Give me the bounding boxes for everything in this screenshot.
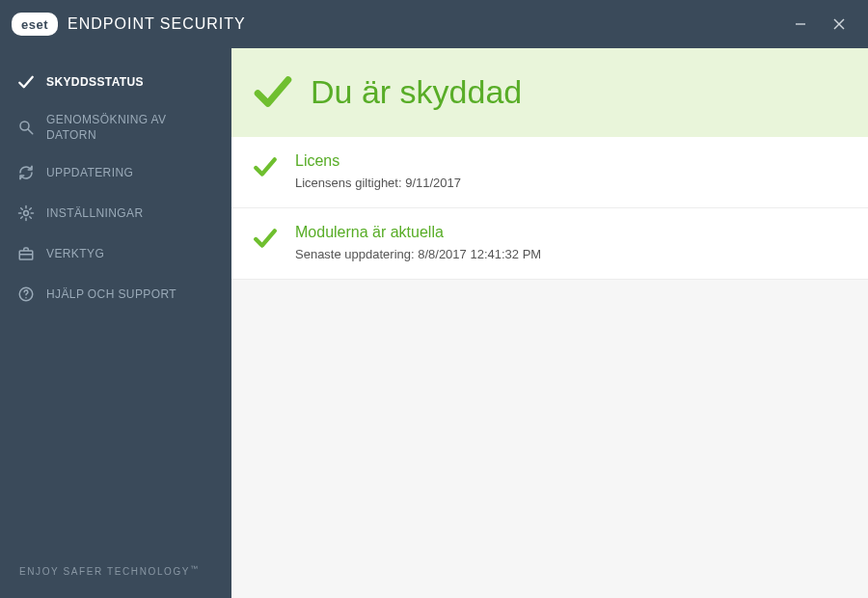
sidebar-item-label: HJÄLP OCH SUPPORT: [46, 286, 176, 302]
briefcase-icon: [17, 245, 35, 262]
minimize-icon: [795, 18, 806, 30]
sidebar-item-label: INSTÄLLNINGAR: [46, 205, 144, 221]
main: SKYDDSSTATUS GENOMSÖKNING AV DATORN UPPD…: [0, 48, 868, 598]
banner-title: Du är skyddad: [311, 73, 522, 111]
search-icon: [17, 119, 35, 136]
svg-point-9: [25, 297, 27, 299]
check-icon: [253, 71, 293, 112]
sidebar-item-label: UPPDATERING: [46, 165, 133, 180]
svg-line-4: [28, 129, 33, 134]
help-icon: [17, 285, 35, 303]
sidebar-item-label: VERKTYG: [46, 246, 104, 261]
product-name: ENDPOINT SECURITY: [68, 15, 246, 33]
titlebar: eset ENDPOINT SECURITY: [0, 0, 868, 48]
status-row-title: Modulerna är aktuella: [295, 224, 849, 241]
sidebar: SKYDDSSTATUS GENOMSÖKNING AV DATORN UPPD…: [0, 48, 231, 598]
footer-text: ENJOY SAFER TECHNOLOGY: [19, 566, 190, 577]
close-icon: [833, 18, 845, 30]
sidebar-item-update[interactable]: UPPDATERING: [0, 152, 231, 193]
refresh-icon: [17, 164, 35, 181]
sidebar-item-help-support[interactable]: HJÄLP OCH SUPPORT: [0, 274, 231, 314]
sidebar-item-protection-status[interactable]: SKYDDSSTATUS: [0, 62, 231, 102]
gear-icon: [17, 204, 35, 222]
nav: SKYDDSSTATUS GENOMSÖKNING AV DATORN UPPD…: [0, 48, 231, 314]
check-icon: [253, 154, 278, 179]
status-list: Licens Licensens giltighet: 9/11/2017 Mo…: [231, 137, 868, 280]
sidebar-item-label: GENOMSÖKNING AV DATORN: [46, 112, 218, 143]
status-row-modules[interactable]: Modulerna är aktuella Senaste uppdaterin…: [231, 208, 868, 280]
sidebar-item-settings[interactable]: INSTÄLLNINGAR: [0, 193, 231, 233]
close-button[interactable]: [820, 5, 858, 43]
status-row-title: Licens: [295, 152, 849, 170]
status-banner: Du är skyddad: [231, 48, 868, 137]
sidebar-item-tools[interactable]: VERKTYG: [0, 233, 231, 274]
status-row-subtitle: Licensens giltighet: 9/11/2017: [295, 176, 849, 190]
sidebar-item-label: SKYDDSSTATUS: [46, 74, 144, 90]
trademark-symbol: ™: [190, 564, 198, 573]
check-icon: [17, 73, 35, 91]
content-empty-area: [231, 280, 868, 598]
status-row-license[interactable]: Licens Licensens giltighet: 9/11/2017: [231, 137, 868, 208]
minimize-button[interactable]: [781, 5, 820, 43]
check-icon: [253, 226, 278, 251]
svg-point-5: [24, 211, 29, 216]
sidebar-item-computer-scan[interactable]: GENOMSÖKNING AV DATORN: [0, 102, 231, 152]
sidebar-footer: ENJOY SAFER TECHNOLOGY™: [0, 564, 231, 598]
status-row-subtitle: Senaste uppdatering: 8/8/2017 12:41:32 P…: [295, 247, 849, 261]
brand-badge: eset: [12, 13, 58, 36]
content: Du är skyddad Licens Licensens giltighet…: [231, 48, 868, 598]
svg-point-3: [20, 122, 29, 130]
